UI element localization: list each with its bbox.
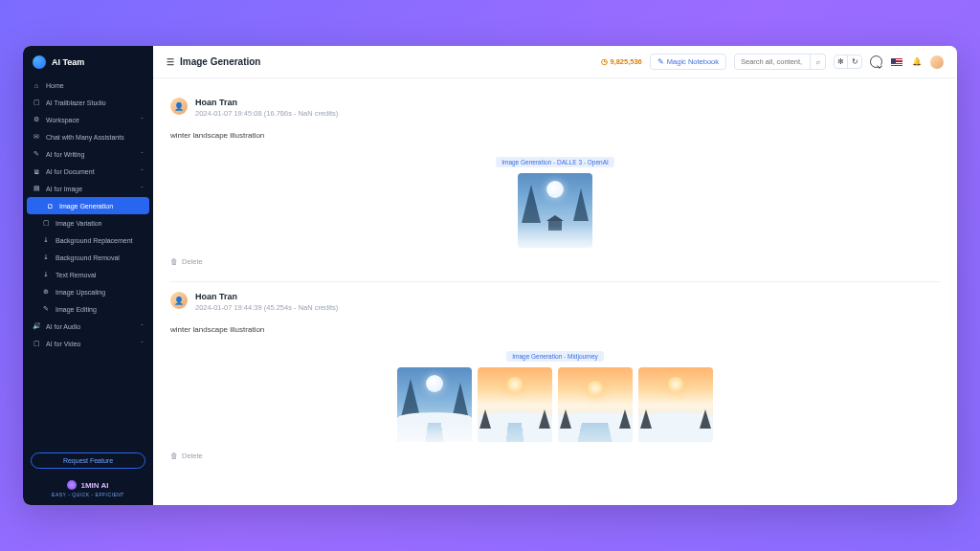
bell-icon[interactable]: 🔔	[910, 55, 923, 68]
sidebar-item-image-editing[interactable]: ✎Image Editing	[23, 300, 153, 318]
sidebar-item-image-generation[interactable]: 🗋Image Generation	[27, 197, 149, 214]
generated-image[interactable]	[518, 173, 592, 248]
sidebar-item-background-removal[interactable]: ⤓Background Removal	[23, 249, 153, 266]
nav-item-label: Background Removal	[56, 254, 120, 261]
nav-item-icon: 🗎	[33, 167, 40, 175]
nav-item-icon: 🗋	[46, 202, 54, 209]
generation-entry: 👤 Hoan Tran 2024-01-07 19:44:39 (45.254s…	[170, 282, 940, 475]
nav-item-icon: ⊕	[42, 288, 50, 296]
sidebar-item-image-upscaling[interactable]: ⊕Image Upscaling	[23, 283, 153, 300]
generated-image[interactable]	[397, 367, 472, 442]
toolbar-group: ✻ ↻	[834, 55, 862, 69]
sidebar-item-ai-trailblazer-studio[interactable]: ▢AI Trailblazer Studio	[23, 94, 153, 111]
nav-item-label: AI for Writing	[46, 151, 84, 158]
sidebar-footer: 1MIN AI EASY - QUICK - EFFICIENT	[23, 476, 153, 505]
chevron-down-icon: ˅	[141, 117, 144, 123]
gear-icon[interactable]: ✻	[835, 55, 848, 68]
main-area: ☰ Image Generation ◷ 9,825,536 ✎ Magic N…	[153, 46, 957, 505]
page-title-icon: ☰	[167, 57, 174, 67]
search-wrap: ⌕	[734, 54, 826, 70]
sidebar-item-image-variation[interactable]: ▢Image Variation	[23, 214, 153, 231]
user-name: Hoan Tran	[195, 292, 338, 301]
app-window: AI Team ⌂Home▢AI Trailblazer Studio⚙Work…	[23, 46, 957, 505]
user-avatar: 👤	[170, 292, 188, 309]
sidebar-item-text-removal[interactable]: ⤓Text Removal	[23, 266, 153, 283]
model-badge: Image Generation - Midjourney	[506, 351, 604, 362]
refresh-icon[interactable]: ↻	[848, 55, 861, 68]
nav-item-icon: ⤓	[42, 253, 50, 261]
request-feature-button[interactable]: Request Feature	[31, 452, 145, 469]
nav-item-label: Home	[46, 82, 64, 89]
prompt-text: winter landscape illustration	[170, 325, 940, 334]
nav-item-label: Chat with Many Assistants	[46, 134, 124, 141]
nav-item-icon: ⤓	[42, 271, 50, 278]
delete-button[interactable]: 🗑 Delete	[170, 452, 940, 460]
nav-item-label: AI for Image	[46, 186, 82, 192]
user-avatar: 👤	[170, 98, 188, 115]
nav-item-label: Image Generation	[59, 203, 113, 209]
sidebar-header: AI Team	[23, 46, 153, 77]
sidebar-item-ai-for-writing[interactable]: ✎AI for Writing˅	[23, 145, 153, 163]
delete-button[interactable]: 🗑 Delete	[170, 257, 940, 266]
brand-logo-icon	[67, 480, 77, 490]
generated-image[interactable]	[558, 367, 633, 442]
sidebar-item-background-replacement[interactable]: ⤓Background Replacement	[23, 231, 153, 249]
sidebar-item-chat-with-many-assistants[interactable]: ✉Chat with Many Assistants	[23, 128, 153, 145]
sidebar-nav: ⌂Home▢AI Trailblazer Studio⚙Workspace˅✉C…	[23, 77, 153, 445]
sidebar-item-ai-for-video[interactable]: ▢AI for Video˅	[23, 335, 153, 352]
entry-head: 👤 Hoan Tran 2024-01-07 19:44:39 (45.254s…	[170, 292, 940, 312]
content-area: 👤 Hoan Tran 2024-01-07 19:45:08 (16.786s…	[153, 78, 957, 505]
chevron-up-icon: ˄	[141, 186, 144, 192]
team-name: AI Team	[52, 57, 84, 67]
topbar: ☰ Image Generation ◷ 9,825,536 ✎ Magic N…	[153, 46, 957, 78]
avatar[interactable]	[930, 55, 944, 69]
sidebar-item-workspace[interactable]: ⚙Workspace˅	[23, 111, 153, 128]
model-badge: Image Generation - DALLE 3 - OpenAI	[496, 157, 614, 167]
nav-item-icon: ✉	[33, 133, 40, 141]
generated-image[interactable]	[638, 367, 713, 442]
footer-brand: 1MIN AI	[23, 480, 153, 490]
nav-item-icon: ▤	[33, 185, 40, 192]
nav-item-icon: ⚙	[33, 116, 40, 123]
trash-icon: 🗑	[170, 452, 178, 460]
nav-item-label: Workspace	[46, 117, 79, 123]
nav-item-label: Image Upscaling	[56, 289, 105, 296]
image-row	[170, 367, 940, 442]
generation-entry: 👤 Hoan Tran 2024-01-07 19:45:08 (16.786s…	[170, 88, 940, 282]
nav-item-label: Image Editing	[56, 306, 97, 313]
chevron-down-icon: ˅	[141, 168, 144, 175]
credits-icon: ◷	[601, 57, 608, 66]
nav-item-label: AI for Video	[46, 341, 80, 347]
nav-item-icon: ▢	[42, 219, 50, 227]
sidebar-item-home[interactable]: ⌂Home	[23, 77, 153, 94]
nav-item-icon: ✎	[42, 305, 50, 313]
timestamp: 2024-01-07 19:45:08 (16.786s - NaN credi…	[195, 109, 338, 118]
nav-item-icon: ✎	[33, 150, 40, 158]
magic-notebook-button[interactable]: ✎ Magic Notebook	[650, 54, 726, 70]
entry-head: 👤 Hoan Tran 2024-01-07 19:45:08 (16.786s…	[170, 98, 940, 118]
nav-item-icon: ⤓	[42, 236, 50, 244]
generated-image[interactable]	[478, 367, 552, 442]
prompt-text: winter landscape illustration	[170, 131, 940, 140]
chevron-down-icon: ˅	[141, 151, 144, 158]
chevron-down-icon: ˅	[141, 323, 144, 330]
page-title: ☰ Image Generation	[167, 56, 260, 67]
nav-item-label: AI Trailblazer Studio	[46, 99, 106, 106]
credits-display[interactable]: ◷ 9,825,536	[601, 57, 641, 66]
nav-item-icon: 🔊	[33, 322, 40, 330]
trash-icon: 🗑	[170, 257, 178, 266]
footer-tagline: EASY - QUICK - EFFICIENT	[23, 492, 153, 497]
chat-icon[interactable]	[870, 55, 882, 68]
nav-item-label: AI for Document	[46, 168, 95, 175]
nav-item-label: AI for Audio	[46, 323, 80, 330]
chevron-down-icon: ˅	[141, 341, 144, 347]
sidebar-item-ai-for-audio[interactable]: 🔊AI for Audio˅	[23, 318, 153, 335]
search-button[interactable]: ⌕	[811, 54, 826, 70]
sidebar-item-ai-for-image[interactable]: ▤AI for Image˄	[23, 180, 153, 197]
flag-icon[interactable]	[890, 55, 902, 68]
search-input[interactable]	[734, 54, 811, 70]
sidebar-item-ai-for-document[interactable]: 🗎AI for Document˅	[23, 163, 153, 180]
user-name: Hoan Tran	[195, 98, 338, 107]
nav-item-label: Background Replacement	[56, 237, 133, 244]
nav-item-icon: ▢	[33, 340, 40, 347]
